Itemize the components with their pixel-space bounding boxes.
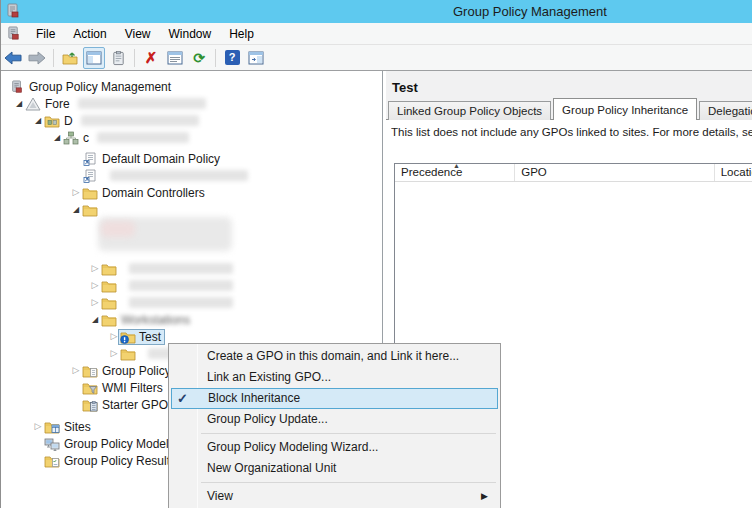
help-icon: ?: [225, 50, 240, 65]
tree-item-ou-redacted[interactable]: ▷: [1, 260, 382, 277]
up-one-level-icon: [62, 51, 78, 65]
ou-folder-icon: [82, 186, 98, 200]
tab-delegation[interactable]: Delegation: [699, 101, 752, 120]
expander-icon[interactable]: ▷: [70, 184, 82, 201]
column-header-gpo[interactable]: GPO: [515, 164, 715, 181]
menu-item-view[interactable]: View ▶: [171, 486, 498, 507]
expander-icon[interactable]: ▷: [89, 277, 101, 294]
tab-linked-group-policy-objects[interactable]: Linked Group Policy Objects: [388, 101, 551, 120]
back-icon: [4, 51, 22, 65]
checkmark-icon: ✓: [177, 389, 188, 408]
ou-folder-icon: [101, 296, 117, 310]
tree-item-forest[interactable]: ◢ Fore: [1, 95, 382, 112]
column-header-precedence[interactable]: Precedence ▲: [395, 164, 515, 181]
tree-item-ou-redacted[interactable]: ▷: [1, 294, 382, 311]
tree-item-ou-redacted[interactable]: ▷: [1, 277, 382, 294]
expander-icon[interactable]: ▷: [89, 260, 101, 277]
redacted-block: [101, 221, 135, 237]
ou-folder-icon: [101, 313, 117, 327]
app-icon: [5, 3, 21, 19]
selected-node[interactable]: Test: [118, 329, 165, 345]
title-bar: Group Policy Management: [1, 0, 752, 23]
paste-button[interactable]: [107, 47, 129, 69]
redacted-text: [78, 98, 206, 109]
menu-separator: [201, 479, 498, 486]
properties-icon: [167, 51, 183, 65]
ou-blocked-folder-icon: [120, 330, 136, 344]
ou-folder-icon: [101, 279, 117, 293]
wmi-filters-icon: [82, 381, 98, 395]
tree-item-domain-controllers[interactable]: ▷ Domain Controllers: [1, 184, 382, 201]
redacted-text: [110, 170, 248, 181]
expander-icon[interactable]: ◢: [89, 311, 101, 328]
results-icon: [44, 454, 60, 468]
expander-icon[interactable]: ◢: [13, 95, 25, 112]
up-one-level-button[interactable]: [59, 47, 81, 69]
tab-strip: Linked Group Policy Objects Group Policy…: [388, 98, 752, 120]
results-pane-title: Test: [392, 80, 418, 95]
redacted-text: [129, 280, 233, 291]
forest-icon: [25, 97, 41, 111]
toolbar-separator: [53, 49, 54, 67]
menu-help[interactable]: Help: [220, 24, 263, 44]
tab-group-policy-inheritance[interactable]: Group Policy Inheritance: [553, 98, 697, 120]
menu-bar: File Action View Window Help: [1, 23, 752, 45]
tree-item-domains[interactable]: ◢ D: [1, 112, 382, 129]
ou-folder-icon: [82, 203, 98, 217]
help-button[interactable]: ?: [221, 47, 243, 69]
tree-item-ou-redacted[interactable]: ◢: [1, 201, 382, 218]
menu-item-link-existing-gpo[interactable]: Link an Existing GPO...: [171, 367, 498, 388]
expander-icon[interactable]: ◢: [32, 112, 44, 129]
menu-item-block-inheritance[interactable]: ✓ Block Inheritance: [171, 388, 498, 409]
expander-icon[interactable]: ◢: [70, 201, 82, 218]
refresh-icon: ⟳: [193, 51, 205, 65]
ou-folder-icon: [101, 262, 117, 276]
expander-icon[interactable]: ▷: [108, 345, 120, 362]
tree-item-workstations[interactable]: ◢ Workstations: [1, 311, 382, 328]
toolbar-separator: [134, 49, 135, 67]
expander-icon[interactable]: ▷: [89, 294, 101, 311]
menu-item-new-organizational-unit[interactable]: New Organizational Unit: [171, 458, 498, 479]
menu-item-modeling-wizard[interactable]: Group Policy Modeling Wizard...: [171, 437, 498, 458]
menu-action[interactable]: Action: [64, 24, 115, 44]
properties-button[interactable]: [164, 47, 186, 69]
console-window-icon[interactable]: [6, 26, 21, 41]
menu-separator: [201, 430, 498, 437]
forward-button[interactable]: [26, 47, 48, 69]
gpo-icon: [82, 152, 98, 166]
show-hide-console-tree-button[interactable]: [83, 47, 105, 69]
delete-button[interactable]: ✗: [140, 47, 162, 69]
sort-ascending-icon: ▲: [453, 164, 460, 169]
menu-file[interactable]: File: [27, 24, 64, 44]
forward-icon: [28, 51, 46, 65]
toolbar-separator: [215, 49, 216, 67]
expander-icon[interactable]: ▷: [70, 362, 82, 379]
tree-item-gpo-redacted[interactable]: [1, 167, 382, 184]
gpmc-window: Group Policy Management File Action View…: [0, 0, 752, 508]
menu-view[interactable]: View: [116, 24, 160, 44]
tree-item-default-domain-policy[interactable]: Default Domain Policy: [1, 150, 382, 167]
redacted-text: [129, 263, 233, 274]
starter-gpos-icon: [82, 398, 98, 412]
clipboard-icon: [111, 50, 126, 66]
table-header-row: Precedence ▲ GPO Location: [395, 164, 752, 182]
expander-icon[interactable]: ▷: [32, 418, 44, 435]
menu-item-create-gpo[interactable]: Create a GPO in this domain, and Link it…: [171, 346, 498, 367]
window-title: Group Policy Management: [453, 4, 607, 19]
expander-icon[interactable]: ◢: [51, 129, 63, 146]
refresh-button[interactable]: ⟳: [188, 47, 210, 69]
modeling-icon: [44, 437, 60, 451]
tree-item-group-policy-management[interactable]: Group Policy Management: [1, 78, 382, 95]
domains-icon: [44, 114, 60, 128]
column-header-location[interactable]: Location: [715, 164, 752, 181]
menu-item-group-policy-update[interactable]: Group Policy Update...: [171, 409, 498, 430]
action-pane-icon: [248, 51, 264, 65]
redacted-text: [81, 115, 199, 126]
tree-item-domain[interactable]: ◢ c: [1, 129, 382, 146]
redacted-text: [97, 132, 189, 143]
show-hide-action-pane-button[interactable]: [245, 47, 267, 69]
menu-window[interactable]: Window: [160, 24, 221, 44]
back-button[interactable]: [2, 47, 24, 69]
console-tree-icon: [86, 51, 102, 65]
delete-icon: ✗: [145, 50, 158, 65]
